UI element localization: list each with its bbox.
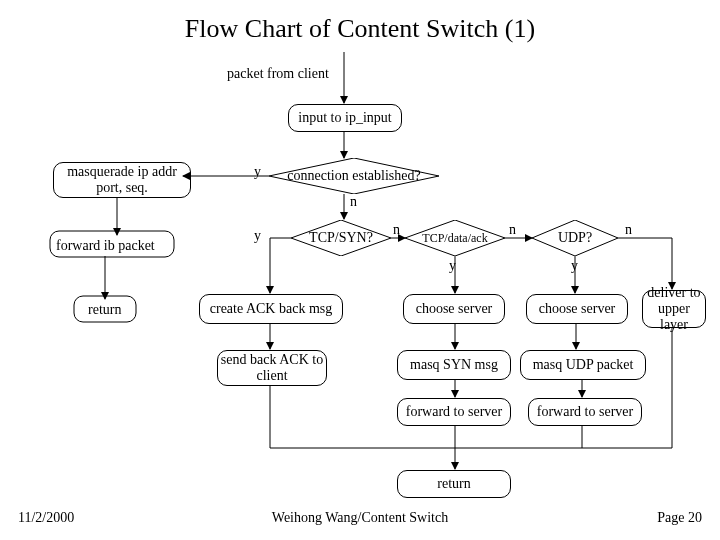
svg-rect-21 — [74, 296, 136, 322]
flow-arrows — [0, 0, 720, 540]
svg-rect-20 — [50, 231, 174, 257]
